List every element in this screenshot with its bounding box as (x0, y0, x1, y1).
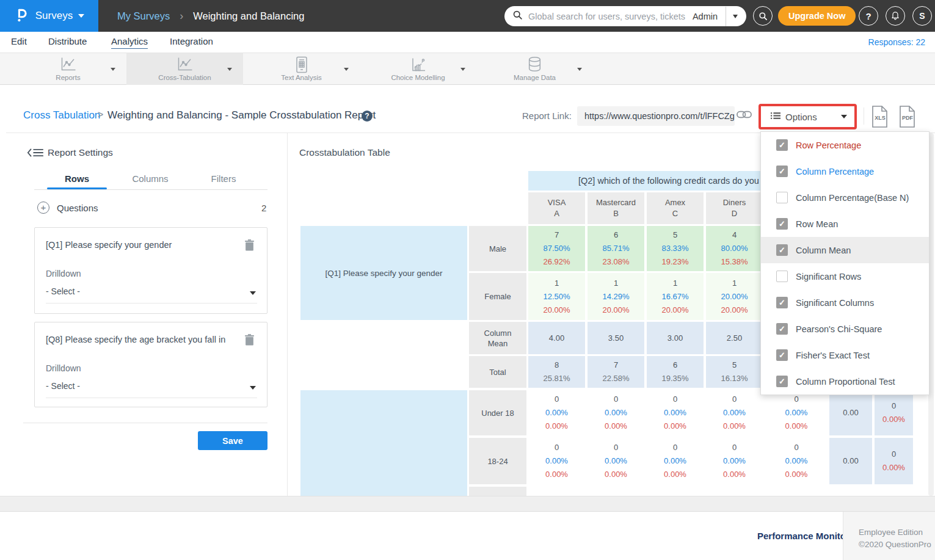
option-label: Column Percentage(Base N) (796, 193, 909, 203)
tab-caret-icon[interactable] (344, 68, 349, 71)
data-cell: 722.58% (588, 356, 644, 388)
tab-label: Cross-Tabulation (126, 74, 243, 81)
questions-count: 2 (261, 203, 266, 213)
drilldown-label: Drilldown (46, 269, 81, 278)
nav-analytics[interactable]: Analytics (111, 36, 148, 49)
option-column-mean[interactable]: ✓Column Mean (761, 237, 929, 263)
tab-text-analysis[interactable]: Text Analysis (243, 53, 360, 85)
report-settings-title: Report Settings (48, 147, 113, 158)
add-question-button[interactable]: + (37, 202, 49, 214)
top-bar: Surveys My Surveys › Weighting and Balan… (0, 0, 935, 32)
tab-caret-icon[interactable] (460, 68, 465, 71)
settings-tab-rows[interactable]: Rows (40, 173, 114, 184)
export-xls-icon[interactable]: XLS (870, 105, 890, 128)
option-significant-rows[interactable]: Significant Rows (761, 263, 929, 289)
notifications-button[interactable] (886, 6, 905, 26)
report-link-label: Report Link: (522, 111, 572, 121)
tab-caret-icon[interactable] (227, 68, 232, 71)
unchecked-checkbox-icon[interactable] (776, 192, 788, 203)
help-button[interactable]: ? (859, 6, 878, 26)
checked-checkbox-icon[interactable]: ✓ (776, 297, 788, 308)
option-label: Column Mean (796, 245, 851, 255)
data-cell: 00.00%0.00% (647, 438, 704, 484)
option-column-percentage[interactable]: ✓Column Percentage (761, 158, 929, 184)
product-name: Surveys (35, 10, 73, 22)
settings-tab-columns[interactable]: Columns (114, 173, 187, 184)
column-header-diners: DinersD (706, 192, 763, 224)
edition-line1: Employee Edition (859, 526, 935, 539)
footer-band (0, 496, 935, 512)
upgrade-now-button[interactable]: Upgrade Now (778, 6, 856, 26)
search-placeholder[interactable]: Global search for users, surveys, ticket… (528, 12, 693, 21)
settings-tabs-border (34, 189, 267, 190)
account-avatar[interactable]: S (912, 6, 932, 26)
drilldown-select[interactable]: - Select - (46, 286, 257, 304)
checked-checkbox-icon[interactable]: ✓ (776, 376, 788, 387)
checked-checkbox-icon[interactable]: ✓ (776, 244, 788, 256)
data-cell: 685.71%23.08% (588, 226, 644, 271)
settings-tab-filters[interactable]: Filters (187, 173, 260, 184)
settings-panel-divider (287, 133, 288, 496)
delete-question-icon[interactable] (244, 239, 255, 253)
edition-box: Employee Edition ©2020 QuestionPro (843, 512, 935, 560)
option-label: Row Percentage (796, 140, 861, 150)
performance-monitor-link[interactable]: Performance Monitor (757, 531, 850, 541)
collapse-panel-icon[interactable] (27, 147, 44, 161)
data-cell: 00.00%0.00% (528, 438, 585, 484)
drilldown-label: Drilldown (46, 363, 81, 373)
cross-tabulation-link[interactable]: Cross Tabulation (23, 109, 100, 122)
tab-caret-icon[interactable] (111, 68, 115, 71)
search-submit-button[interactable] (753, 6, 773, 26)
report-link-url[interactable]: https://www.questionpro.com/t/lFFCZg (577, 106, 735, 126)
checked-checkbox-icon[interactable]: ✓ (776, 165, 788, 177)
option-column-percentage-base-n[interactable]: Column Percentage(Base N) (761, 184, 929, 211)
nav-distribute[interactable]: Distribute (48, 36, 87, 46)
data-cell: 00.00%0.00% (647, 390, 704, 435)
report-help-icon[interactable]: ? (362, 111, 373, 122)
avatar-initial: S (919, 11, 925, 21)
option-column-proportional-test[interactable]: ✓Column Proportional Test (761, 368, 929, 395)
breadcrumb-my-surveys[interactable]: My Surveys (117, 10, 170, 22)
row-mean-cell: 0.00 (829, 438, 872, 484)
save-button[interactable]: Save (198, 431, 267, 450)
checked-checkbox-icon[interactable]: ✓ (776, 323, 788, 335)
global-search[interactable]: Global search for users, surveys, ticket… (504, 6, 746, 26)
unchecked-checkbox-icon[interactable] (776, 271, 788, 282)
data-cell: 4.00 (528, 322, 585, 354)
copy-link-icon[interactable] (737, 110, 752, 121)
row-mean-cell: 0.00 (829, 390, 872, 435)
option-pearson-s-chi-square[interactable]: ✓Pearson's Chi-Square (761, 316, 929, 342)
option-row-percentage[interactable]: ✓Row Percentage (761, 132, 929, 158)
nav-integration[interactable]: Integration (170, 36, 213, 46)
checked-checkbox-icon[interactable]: ✓ (776, 139, 788, 151)
drilldown-select[interactable]: - Select - (46, 381, 257, 398)
option-fisher-s-exact-test[interactable]: ✓Fisher's Exact Test (761, 342, 929, 368)
data-cell: 00.00%0.00% (765, 438, 828, 484)
tab-reports[interactable]: Reports (10, 53, 126, 85)
option-row-mean[interactable]: ✓Row Mean (761, 211, 929, 237)
export-pdf-icon[interactable]: PDF (898, 105, 917, 128)
checked-checkbox-icon[interactable]: ✓ (776, 349, 788, 361)
question-card: [Q1] Please specify your genderDrilldown… (34, 227, 267, 314)
search-scope-caret-icon[interactable] (733, 15, 738, 18)
option-significant-columns[interactable]: ✓Significant Columns (761, 289, 929, 316)
delete-question-icon[interactable] (244, 333, 255, 348)
row-total-cell: 00.00% (875, 390, 913, 435)
checked-checkbox-icon[interactable]: ✓ (776, 218, 788, 230)
option-label: Pearson's Chi-Square (796, 324, 882, 334)
search-scope-value: Admin (693, 12, 718, 21)
xls-label: XLS (870, 115, 890, 121)
tab-cross-tabulation[interactable]: Cross-Tabulation (126, 53, 243, 85)
data-cell: 00.00%0.00% (765, 390, 828, 435)
report-title: Weighting and Balancing - Sample Crossta… (107, 109, 376, 122)
tab-choice-modelling[interactable]: Choice Modelling (360, 53, 476, 85)
pdf-label: PDF (898, 115, 917, 121)
product-switcher[interactable]: Surveys (0, 0, 98, 32)
option-label: Column Percentage (796, 167, 874, 176)
nav-edit[interactable]: Edit (11, 36, 27, 46)
tab-caret-icon[interactable] (577, 68, 582, 71)
tab-manage-data[interactable]: Manage Data (476, 53, 593, 85)
option-label: Fisher's Exact Test (796, 351, 870, 360)
analytics-toolbar: ReportsCross-TabulationText AnalysisChoi… (0, 53, 935, 85)
data-cell: 583.33%19.23% (647, 226, 704, 271)
